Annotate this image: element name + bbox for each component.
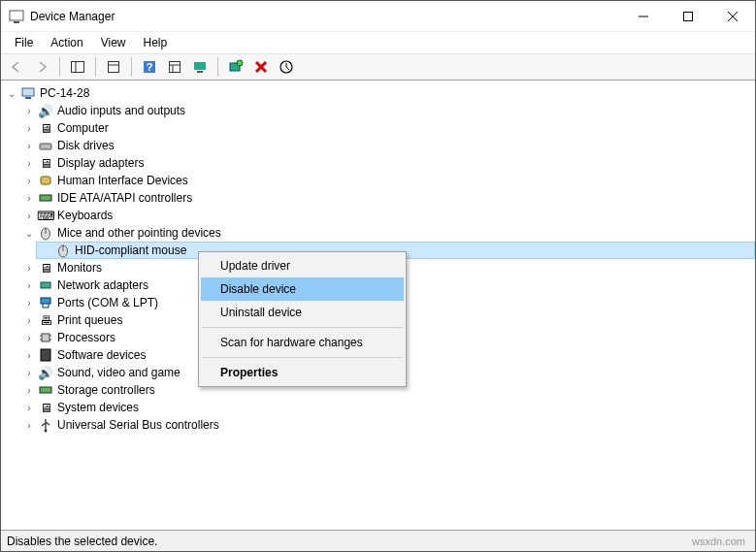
- hid-icon: [38, 173, 53, 188]
- ctx-disable-device[interactable]: Disable device: [201, 277, 404, 301]
- tree-label: HID-compliant mouse: [75, 244, 186, 257]
- toolbar-separator: [217, 57, 218, 77]
- tree-node-disk[interactable]: ›Disk drives: [18, 137, 755, 154]
- status-text: Disables the selected device.: [7, 535, 157, 548]
- expand-icon[interactable]: ›: [22, 383, 36, 397]
- help-button[interactable]: ?: [138, 56, 161, 79]
- ctx-scan-hardware[interactable]: Scan for hardware changes: [201, 331, 404, 354]
- collapse-icon[interactable]: ⌄: [5, 86, 18, 100]
- expand-icon[interactable]: ›: [22, 191, 36, 205]
- tree-node-computer[interactable]: ›🖥Computer: [18, 119, 755, 137]
- tree-label: Sound, video and game: [57, 366, 181, 379]
- ctx-uninstall-device[interactable]: Uninstall device: [201, 301, 404, 324]
- expand-icon[interactable]: ›: [22, 139, 36, 152]
- statusbar: Disables the selected device. wsxdn.com: [1, 530, 755, 551]
- computer-icon: 🖥: [38, 120, 53, 136]
- uninstall-button[interactable]: [249, 56, 273, 79]
- toolbar-separator: [95, 57, 96, 77]
- back-button[interactable]: [5, 56, 28, 79]
- ctx-separator: [202, 357, 403, 358]
- menu-view[interactable]: View: [93, 34, 134, 51]
- tree-node-ide[interactable]: ›IDE ATA/ATAPI controllers: [18, 189, 755, 207]
- expand-icon[interactable]: ›: [22, 366, 36, 379]
- tree-node-audio[interactable]: ›🔊Audio inputs and outputs: [18, 102, 755, 119]
- tree-label: Display adapters: [57, 156, 144, 170]
- expand-icon[interactable]: ›: [22, 278, 36, 292]
- tree-node-system[interactable]: ›🖥System devices: [18, 399, 755, 416]
- storage-icon: [38, 382, 53, 398]
- tree-node-mice[interactable]: ⌄Mice and other pointing devices: [18, 224, 755, 242]
- expand-icon[interactable]: ›: [22, 121, 36, 135]
- tree-label: Storage controllers: [57, 383, 155, 397]
- maximize-button[interactable]: [666, 1, 710, 31]
- toolbar-separator: [59, 57, 60, 77]
- expand-icon[interactable]: ›: [22, 209, 36, 222]
- expand-placeholder: [40, 244, 53, 257]
- disk-icon: [38, 138, 53, 153]
- tree-label: Computer: [57, 121, 109, 135]
- sound-icon: 🔊: [38, 365, 53, 380]
- properties-toolbar-button[interactable]: [102, 56, 125, 79]
- tree-label: Processors: [57, 331, 115, 344]
- expand-icon[interactable]: ›: [22, 261, 36, 275]
- svg-rect-22: [22, 88, 34, 96]
- expand-icon[interactable]: ›: [22, 296, 36, 309]
- device-tree-pane[interactable]: ⌄ PC-14-28 ›🔊Audio inputs and outputs ›🖥…: [1, 81, 755, 530]
- minimize-button[interactable]: [621, 1, 666, 31]
- scan-hardware-button[interactable]: [224, 56, 247, 79]
- expand-icon[interactable]: ›: [22, 331, 36, 344]
- mouse-icon: [38, 225, 53, 241]
- tree-node-usb[interactable]: ›Universal Serial Bus controllers: [18, 416, 755, 434]
- tree-label: Network adapters: [57, 278, 148, 292]
- show-hide-tree-button[interactable]: [66, 56, 89, 79]
- close-button[interactable]: [710, 1, 755, 31]
- menu-file[interactable]: File: [7, 34, 41, 51]
- tree-label: Audio inputs and outputs: [57, 104, 185, 117]
- tree-node-keyboards[interactable]: ›⌨Keyboards: [18, 207, 755, 224]
- collapse-icon[interactable]: ⌄: [22, 226, 36, 240]
- expand-icon[interactable]: ›: [22, 313, 36, 327]
- expand-icon[interactable]: ›: [22, 156, 36, 170]
- tree-root[interactable]: ⌄ PC-14-28: [1, 84, 755, 102]
- tree-label: System devices: [57, 401, 139, 414]
- tree-label: Human Interface Devices: [57, 174, 188, 187]
- svg-rect-32: [41, 298, 50, 304]
- svg-point-40: [45, 430, 48, 433]
- svg-rect-1: [14, 21, 19, 23]
- tree-node-display[interactable]: ›🖥Display adapters: [18, 154, 755, 172]
- expand-icon[interactable]: ›: [22, 174, 36, 187]
- expand-icon[interactable]: ›: [22, 401, 36, 414]
- monitor-icon: 🖥: [38, 260, 53, 276]
- expand-icon[interactable]: ›: [22, 348, 36, 362]
- svg-point-18: [237, 60, 243, 66]
- expand-icon[interactable]: ›: [22, 418, 36, 432]
- system-icon: 🖥: [38, 400, 53, 415]
- tree-label: Software devices: [57, 348, 146, 362]
- tree-label: Mice and other pointing devices: [57, 226, 221, 240]
- tree-node-hid[interactable]: ›Human Interface Devices: [18, 172, 755, 189]
- toolbar-separator: [131, 57, 132, 77]
- software-icon: [38, 347, 53, 363]
- expand-icon[interactable]: ›: [22, 104, 36, 117]
- disable-device-button[interactable]: [275, 56, 298, 79]
- tree-label: Ports (COM & LPT): [57, 296, 158, 309]
- ctx-properties[interactable]: Properties: [201, 361, 404, 384]
- svg-rect-23: [25, 97, 31, 99]
- tree-label: Monitors: [57, 261, 102, 275]
- display-icon: 🖥: [38, 155, 53, 171]
- svg-rect-31: [41, 282, 50, 288]
- forward-button[interactable]: [30, 56, 53, 79]
- menu-help[interactable]: Help: [136, 34, 176, 51]
- ctx-update-driver[interactable]: Update driver: [201, 254, 404, 277]
- watermark: wsxdn.com: [692, 536, 749, 547]
- menu-action[interactable]: Action: [43, 34, 90, 51]
- mouse-icon: [55, 243, 71, 258]
- tree-label: Disk drives: [57, 139, 115, 152]
- tree-label: Print queues: [57, 313, 122, 327]
- toolbar: ?: [1, 53, 755, 81]
- action-button[interactable]: [163, 56, 186, 79]
- monitor-button[interactable]: [188, 56, 212, 79]
- svg-rect-24: [40, 144, 51, 149]
- ide-icon: [38, 190, 53, 206]
- menubar: File Action View Help: [1, 32, 755, 53]
